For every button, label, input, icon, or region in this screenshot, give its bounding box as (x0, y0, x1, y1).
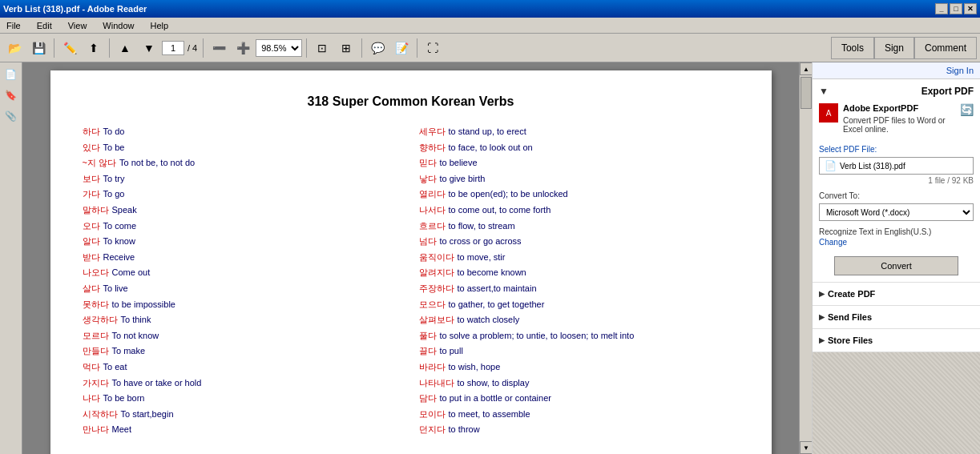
list-item: 나서다to come out, to come forth (419, 203, 740, 218)
fit-width-btn[interactable]: ⊞ (335, 37, 357, 59)
list-item: 알려지다to become known (419, 266, 740, 280)
markup-btn[interactable]: 📝 (390, 37, 413, 59)
english-text: To be (103, 141, 125, 155)
fullscreen-btn[interactable]: ⛶ (421, 37, 444, 59)
menu-file[interactable]: File (3, 19, 24, 32)
open-btn[interactable]: 📂 (3, 37, 26, 59)
zoom-in-btn[interactable]: ➕ (232, 37, 254, 59)
file-name: Verb List (318).pdf (840, 162, 905, 171)
list-item: 살펴보다to watch closely (419, 313, 740, 327)
list-item: 주장하다to assert,to maintain (419, 282, 740, 296)
close-btn[interactable]: ✕ (964, 3, 977, 14)
adobe-export-desc: Convert PDF files to Word or Excel onlin… (843, 116, 955, 134)
menu-edit[interactable]: Edit (34, 19, 55, 32)
english-text: to flow, to stream (449, 219, 515, 234)
pdf-viewer: 318 Super Common Korean Verbs 하다To do세우다… (22, 62, 799, 454)
korean-text: 먹다 (83, 360, 100, 375)
korean-text: 담다 (419, 392, 437, 406)
convert-button[interactable]: Convert (834, 256, 958, 275)
create-pdf-header[interactable]: ▶ Create PDF (819, 289, 974, 299)
comment-panel-btn[interactable]: Comment (914, 37, 977, 59)
english-text: To not be, to not do (119, 156, 195, 171)
sidebar-attach-icon[interactable]: 📎 (2, 107, 20, 125)
comment-btn-toolbar[interactable]: 💬 (366, 37, 389, 59)
convert-format-select[interactable]: Microsoft Word (*.docx) Microsoft Excel … (819, 203, 974, 221)
maximize-btn[interactable]: □ (950, 3, 962, 14)
export-pdf-collapse-arrow[interactable]: ▼ (819, 86, 829, 97)
adobe-export-icon: A (819, 103, 838, 123)
list-item: 열리다to be open(ed); to be unlocked (419, 187, 740, 202)
page-number-input[interactable] (162, 41, 184, 55)
korean-text: 만들다 (83, 344, 109, 359)
korean-text: 가지다 (83, 376, 109, 391)
scroll-track[interactable] (800, 75, 812, 441)
store-files-header[interactable]: ▶ Store Files (819, 335, 974, 345)
send-files-arrow: ▶ (819, 313, 825, 321)
tools-panel-btn[interactable]: Tools (831, 37, 874, 59)
korean-text: 받다 (83, 251, 100, 265)
create-pdf-section: ▶ Create PDF (813, 283, 980, 306)
list-item: 모이다to meet, to assemble (419, 408, 740, 422)
english-text: to watch closely (458, 313, 520, 327)
menu-window[interactable]: Window (99, 19, 137, 32)
list-item: 오다To come (83, 219, 403, 234)
bottom-pattern (813, 352, 980, 454)
list-item: 살다To live (83, 282, 403, 296)
annotate-btn[interactable]: ✏️ (58, 37, 81, 59)
list-item: 모르다To not know (83, 329, 403, 344)
separator-6 (417, 38, 417, 58)
send-files-header[interactable]: ▶ Send Files (819, 312, 974, 322)
prev-page-btn[interactable]: ▲ (114, 37, 136, 59)
minimize-btn[interactable]: _ (935, 3, 948, 14)
refresh-icon[interactable]: 🔄 (960, 103, 974, 116)
menu-view[interactable]: View (65, 19, 91, 32)
zoom-select[interactable]: 98.5% 75% 100% 150% (256, 39, 302, 57)
list-item: 모으다to gather, to get together (419, 298, 740, 312)
upload-btn[interactable]: ⬆ (83, 37, 105, 59)
english-text: to show, to display (458, 376, 530, 391)
pdf-file-icon: 📄 (825, 160, 837, 171)
korean-text: 흐르다 (419, 219, 446, 234)
scroll-down-btn[interactable]: ▼ (800, 441, 813, 454)
change-link[interactable]: Change (819, 238, 974, 247)
menu-help[interactable]: Help (147, 19, 171, 32)
scroll-thumb[interactable] (801, 77, 812, 109)
korean-text: 보다 (83, 172, 100, 187)
list-item: 보다To try (83, 172, 403, 187)
korean-text: 생각하다 (83, 313, 118, 327)
scroll-up-btn[interactable]: ▲ (800, 62, 813, 75)
file-size: 1 file / 92 KB (819, 176, 974, 185)
sidebar-page-icon[interactable]: 📄 (2, 66, 20, 83)
list-item: 바라다to wish, hope (419, 360, 740, 375)
toolbar: 📂 💾 ✏️ ⬆ ▲ ▼ / 4 ➖ ➕ 98.5% 75% 100% 150%… (0, 34, 980, 62)
pdf-title: 318 Super Common Korean Verbs (83, 94, 740, 109)
list-item: 말하다Speak (83, 203, 403, 218)
english-text: To think (121, 313, 151, 327)
korean-text: 나다 (83, 392, 100, 406)
korean-text: 알려지다 (419, 266, 454, 280)
save-btn[interactable]: 💾 (27, 37, 50, 59)
english-text: to be impossible (112, 298, 176, 312)
next-page-btn[interactable]: ▼ (138, 37, 160, 59)
sidebar-bookmark-icon[interactable]: 🔖 (2, 86, 20, 104)
korean-text: 바라다 (419, 360, 446, 375)
list-item: 알다To know (83, 235, 403, 249)
list-item: 던지다to throw (419, 423, 740, 437)
separator-4 (306, 38, 307, 58)
english-text: to put in a bottle or container (440, 392, 551, 406)
english-text: to assert,to maintain (458, 282, 537, 296)
verb-grid: 하다To do세우다to stand up, to erect있다To be향하… (83, 125, 740, 437)
english-text: to face, to look out on (449, 141, 533, 155)
korean-text: 모르다 (83, 329, 109, 344)
english-text: Speak (112, 203, 137, 218)
english-text: to believe (440, 156, 478, 171)
korean-text: 나서다 (419, 203, 446, 218)
sign-panel-btn[interactable]: Sign (874, 37, 914, 59)
sign-in-bar[interactable]: Sign In (813, 62, 980, 79)
zoom-out-btn[interactable]: ➖ (208, 37, 230, 59)
korean-text: 세우다 (419, 125, 446, 139)
fit-page-btn[interactable]: ⊡ (311, 37, 333, 59)
send-files-section: ▶ Send Files (813, 306, 980, 329)
english-text: Receive (103, 251, 135, 265)
list-item: 나오다Come out (83, 266, 403, 280)
